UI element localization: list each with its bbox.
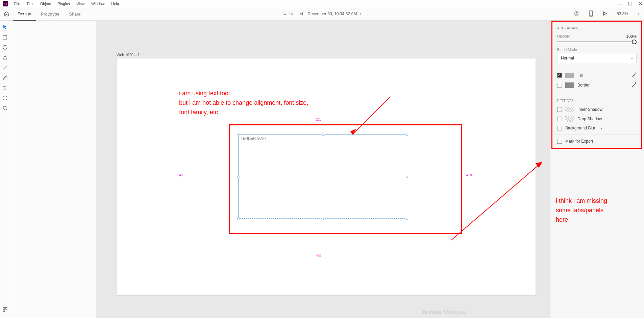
slider-handle[interactable] [632, 40, 637, 44]
annotation-line: but i am not able to change alignment, f… [179, 98, 308, 108]
menu-plugins[interactable]: Plugins [54, 2, 73, 6]
annotation-text-2: i think i am missing some tabs/panels he… [556, 196, 607, 225]
window-minimize-icon[interactable]: — [617, 1, 622, 6]
svg-point-6 [3, 106, 6, 109]
rectangle-tool-icon[interactable] [0, 32, 10, 42]
fill-checkbox[interactable] [557, 73, 562, 78]
annotation-line: font family, etc [179, 108, 308, 117]
menu-window[interactable]: Window [88, 2, 108, 6]
mark-for-export-row[interactable]: Mark for Export [552, 137, 641, 146]
inner-shadow-row[interactable]: Inner Shadow [552, 105, 641, 114]
canvas-area[interactable]: Web 1920 – 1 i am using text tool but i … [96, 21, 549, 318]
selection-handle[interactable] [406, 218, 408, 220]
border-color-swatch[interactable] [565, 82, 574, 88]
assets-panel-icon[interactable] [0, 304, 10, 315]
menu-file[interactable]: File [11, 2, 24, 6]
annotation-text-1: i am using text tool but i am not able t… [179, 89, 308, 117]
home-icon[interactable] [0, 11, 13, 17]
svg-rect-7 [3, 308, 5, 309]
fill-label: Fill [577, 73, 583, 78]
tools-panel: T [0, 21, 10, 318]
tab-prototype[interactable]: Prototype [36, 7, 64, 21]
inner-shadow-swatch[interactable] [565, 107, 574, 112]
document-title-text: Untitled – December 30, 10.34.52 AM [289, 11, 357, 16]
drop-shadow-checkbox[interactable] [557, 117, 562, 121]
window-close-icon[interactable]: ✕ [639, 1, 643, 6]
inner-shadow-checkbox[interactable] [557, 107, 562, 112]
mode-bar: Design Prototype Share ☁ Untitled – Dece… [0, 7, 644, 21]
menu-edit[interactable]: Edit [24, 2, 37, 6]
annotation-line: i think i am missing [556, 196, 607, 206]
selection-handle[interactable] [322, 133, 324, 136]
blend-mode-value: Normal [561, 56, 574, 60]
svg-line-12 [451, 162, 542, 240]
select-tool-icon[interactable] [0, 22, 10, 32]
measurement-top: 223 [316, 118, 322, 121]
user-avatar-icon[interactable] [574, 11, 579, 17]
effects-section-header: EFFECTS [552, 94, 641, 105]
fill-row[interactable]: Fill [552, 70, 641, 80]
mark-export-checkbox[interactable] [557, 139, 562, 144]
zoom-level[interactable]: 63.3% [617, 11, 628, 16]
blend-mode-label: Blend Mode [552, 46, 641, 52]
app-logo-icon: Xd [3, 1, 8, 6]
device-preview-icon[interactable] [589, 10, 593, 18]
play-preview-icon[interactable] [602, 11, 607, 17]
artboard-tool-icon[interactable] [0, 93, 10, 103]
drop-shadow-row[interactable]: Drop Shadow [552, 114, 641, 124]
chevron-down-icon[interactable]: ▾ [601, 126, 602, 130]
windows-activation-watermark: Activate Windows [422, 309, 465, 315]
opacity-value[interactable]: 100% [626, 34, 637, 39]
eyedropper-icon[interactable] [632, 72, 637, 78]
chevron-down-icon[interactable]: ▾ [638, 12, 639, 16]
fill-color-swatch[interactable] [565, 73, 574, 78]
drop-shadow-swatch[interactable] [565, 116, 574, 122]
selection-handle[interactable] [237, 133, 240, 136]
annotation-line: i am using text tool [179, 89, 308, 98]
border-checkbox[interactable] [557, 83, 562, 88]
drop-shadow-label: Drop Shadow [577, 117, 602, 121]
selection-handle[interactable] [406, 133, 408, 136]
chevron-down-icon: ▾ [631, 56, 633, 60]
menu-help[interactable]: Help [108, 2, 122, 6]
blend-mode-dropdown[interactable]: Normal ▾ [557, 53, 637, 63]
text-tool-icon[interactable]: T [0, 83, 10, 93]
zoom-tool-icon[interactable] [0, 103, 10, 113]
svg-rect-4 [3, 35, 7, 39]
line-tool-icon[interactable] [0, 63, 10, 73]
polygon-tool-icon[interactable] [0, 52, 10, 63]
selection-handle[interactable] [406, 176, 408, 178]
mark-export-label: Mark for Export [565, 139, 593, 144]
svg-point-3 [591, 15, 591, 16]
border-row[interactable]: Border [552, 80, 641, 90]
opacity-label: Opacity [557, 34, 570, 39]
background-blur-label: Background Blur [565, 126, 595, 130]
measurement-bottom: 452 [316, 254, 322, 258]
document-title[interactable]: ☁ Untitled – December 30, 10.34.52 AM ▾ [282, 11, 361, 16]
tab-share[interactable]: Share [64, 7, 85, 21]
selection-handle[interactable] [322, 218, 324, 220]
tab-design[interactable]: Design [13, 7, 36, 21]
eyedropper-icon[interactable] [632, 82, 637, 88]
selection-handle[interactable] [237, 176, 240, 178]
chevron-down-icon[interactable]: ▾ [360, 12, 362, 16]
menu-object[interactable]: Object [37, 2, 54, 6]
opacity-slider[interactable] [557, 42, 637, 42]
selection-handle[interactable] [237, 218, 240, 220]
menu-view[interactable]: View [73, 2, 88, 6]
inner-shadow-label: Inner Shadow [577, 107, 602, 112]
annotation-line: some tabs/panels [556, 206, 607, 215]
background-blur-row[interactable]: Background Blur ▾ [552, 124, 641, 132]
window-maximize-icon[interactable]: ☐ [628, 1, 633, 6]
selected-text-frame[interactable]: TENDER SOFT [238, 134, 407, 219]
measurement-left: 545 [177, 173, 183, 177]
background-blur-checkbox[interactable] [557, 126, 562, 130]
artboard-label[interactable]: Web 1920 – 1 [117, 53, 140, 57]
divider [552, 134, 641, 135]
svg-rect-9 [3, 310, 5, 312]
svg-line-10 [352, 97, 390, 135]
svg-rect-8 [5, 308, 7, 309]
properties-panel: APPEARANCE Opacity 100% Blend Mode Norma… [549, 21, 644, 318]
pen-tool-icon[interactable] [0, 73, 10, 83]
ellipse-tool-icon[interactable] [0, 42, 10, 52]
